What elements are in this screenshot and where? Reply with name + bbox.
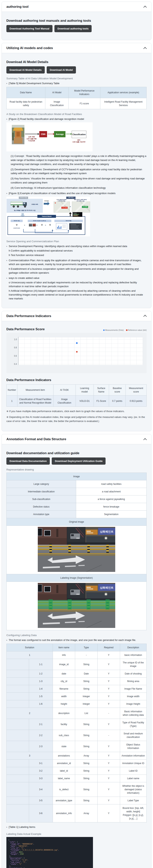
column-header: Type bbox=[75, 644, 98, 651]
sortation-spacer bbox=[7, 700, 29, 708]
download-authoring-tools-button[interactable]: Download authoring tools bbox=[54, 25, 91, 32]
sortation-spacer bbox=[7, 804, 29, 823]
download-deployment-guide-button[interactable]: Download Deployment Utilization Guide bbox=[52, 458, 106, 465]
original-image-row: 삼화페인트 bbox=[7, 526, 147, 574]
original-image-header-row: Original image bbox=[7, 518, 147, 526]
chevron-up-icon[interactable] bbox=[144, 47, 147, 50]
attr-value: road safety facilities bbox=[76, 480, 147, 488]
sortation-number: 3-3 bbox=[29, 775, 53, 782]
item-description: Basic information when collecting data bbox=[120, 708, 146, 719]
accordion-data-performance: Data Performance Indicators Data Perform… bbox=[2, 311, 151, 431]
labeling-row: 2-1facilityStringYType of Road Facility … bbox=[7, 719, 147, 730]
column-header: Description bbox=[120, 644, 146, 651]
item-required: - bbox=[98, 708, 120, 719]
labeling-row: 3-3label_nameStringYLabel name bbox=[7, 775, 147, 782]
table-cell: VOLO-D1 bbox=[76, 395, 93, 406]
sortation-number: 2-3 bbox=[29, 741, 53, 752]
sortation-spacer bbox=[7, 678, 29, 685]
item-name: info bbox=[53, 651, 75, 659]
item-description: Date of shooting bbox=[120, 670, 146, 678]
download-ai-model-details-button[interactable]: Download AI Model Details bbox=[6, 66, 45, 73]
item-type: String bbox=[75, 775, 98, 782]
sortation-spacer bbox=[7, 741, 29, 752]
column-header: Baseline score bbox=[109, 384, 125, 395]
item-name: description bbox=[53, 708, 75, 719]
trained-model-box: Trained Model bbox=[37, 215, 56, 218]
model-summary-table: Data NameAI ModelModel Performance Indic… bbox=[6, 87, 147, 109]
column-header: AI Model bbox=[45, 87, 68, 98]
table-row: Road facility data for pedestrian safety… bbox=[7, 98, 147, 109]
item-name: height bbox=[53, 700, 75, 708]
flow-arrow-icon: ▶ bbox=[45, 224, 46, 226]
learning-chart-box bbox=[56, 223, 67, 230]
item-description: Bound box: [top, left, width, height] Po… bbox=[120, 804, 146, 823]
repair-done-tag: 수리 완료 bbox=[82, 206, 88, 208]
legend-swatch-circle bbox=[103, 330, 105, 331]
download-ai-model-button[interactable]: Download AI Model bbox=[47, 66, 76, 73]
item-required: Y bbox=[98, 760, 120, 767]
accordion-header-ai-models[interactable]: Utilizing AI models and codes bbox=[2, 43, 151, 53]
loop-arrows bbox=[17, 229, 76, 233]
item-type: String bbox=[75, 685, 98, 693]
download-authoring-tool-manual-button[interactable]: Download Authoring Tool Manual bbox=[6, 25, 52, 32]
chevron-up-icon[interactable] bbox=[144, 315, 147, 318]
accordion-title: Utilizing AI models and codes bbox=[6, 46, 53, 50]
sortation-spacer bbox=[7, 767, 29, 775]
service-bullet-sub: o Unnecessary waste of labor and budget … bbox=[9, 281, 147, 288]
bullet-icon: ▸ bbox=[6, 276, 7, 301]
item-type: Integer bbox=[75, 700, 98, 708]
sortation-number: 1 bbox=[7, 651, 53, 659]
attr-label: Annotation type bbox=[7, 510, 76, 518]
column-header: Required bbox=[98, 644, 120, 651]
item-name: annotation_info bbox=[53, 804, 75, 823]
item-name: annotations bbox=[53, 752, 75, 760]
accordion-header-authoring-tool[interactable]: authoring tool bbox=[2, 2, 151, 12]
item-description: Image File Name bbox=[120, 685, 146, 693]
section-heading: Download authoring tool manuals and auth… bbox=[6, 19, 147, 23]
bullet-icon: ▸ bbox=[6, 258, 7, 275]
labeling-row: 2-2sub_classString-Small and medium clas… bbox=[7, 730, 147, 741]
item-type: List bbox=[75, 708, 98, 719]
code-line: "image_id": "0000088316", bbox=[8, 843, 91, 845]
item-type: - bbox=[75, 651, 98, 659]
labeling-row: 1-1image_idStringYThe unique ID of the i… bbox=[7, 659, 147, 670]
figure3-service-diagram: 데이터 수집 API 제공 카메라 부착 청소차량을 bbox=[6, 197, 90, 237]
download-data-documentation-button[interactable]: Download Data Documentation bbox=[6, 458, 50, 465]
column-header: Measurement item bbox=[17, 384, 53, 395]
trained-model-panel: 데이터 수집 데이터 가공 및 어노테이션 데이터 학습 ●●●●● (크라우드… bbox=[7, 216, 85, 235]
labeling-row: 3-1annotation_idStringYAnnotation Unique… bbox=[7, 760, 147, 767]
sortation-spacer bbox=[7, 760, 29, 767]
sortation-number: 3 bbox=[7, 752, 53, 760]
item-type: Array bbox=[75, 804, 98, 823]
svg-text:0.4: 0.4 bbox=[14, 363, 17, 365]
chevron-up-icon[interactable] bbox=[144, 6, 147, 9]
bullet-icon: ▸ bbox=[6, 117, 7, 121]
table-cell: 1 bbox=[7, 395, 17, 406]
indicator-row[interactable]: 1Classification of Road Facilities and N… bbox=[7, 395, 147, 406]
chevron-up-icon[interactable] bbox=[144, 438, 147, 441]
item-name: label_id bbox=[53, 767, 75, 775]
item-required: Y bbox=[98, 775, 120, 782]
service-bullet-text: ways to create added valueo Unnecessary … bbox=[9, 276, 147, 301]
accordion-title: Data Performance Indicators bbox=[6, 314, 51, 318]
accordion-header-annotation-format[interactable]: Annotation Format and Data Structure bbox=[2, 434, 151, 444]
performance-indicators-table[interactable]: NumberMeasurement itemAI TASKLearning mo… bbox=[6, 384, 147, 407]
item-required: - bbox=[98, 730, 120, 741]
json-code-block[interactable]: { "info": { "image_id": "0000088316", "d… bbox=[6, 837, 93, 868]
column-header: Surface Name bbox=[93, 384, 109, 395]
attr-value: fence breakage bbox=[76, 503, 147, 510]
column-header: Item name bbox=[53, 644, 75, 651]
code-line: { bbox=[8, 839, 91, 841]
sortation-number: 3-4 bbox=[29, 782, 53, 797]
sortation-spacer bbox=[7, 685, 29, 693]
sortation-spacer bbox=[7, 775, 29, 782]
sortation-spacer bbox=[7, 797, 29, 804]
sortation-number: 1-5 bbox=[29, 693, 53, 700]
table1-caption: ▸ [Table 1] Labeling Items bbox=[6, 825, 147, 829]
item-description: basic information bbox=[120, 651, 146, 659]
concept-paragraph: (4) Core technology: AI infrastructure t… bbox=[6, 186, 147, 190]
api-tag: API 제공 bbox=[66, 197, 76, 199]
item-type: Integer bbox=[75, 693, 98, 700]
accordion-header-data-performance[interactable]: Data Performance Indicators bbox=[2, 311, 151, 321]
item-required: Y bbox=[98, 797, 120, 804]
